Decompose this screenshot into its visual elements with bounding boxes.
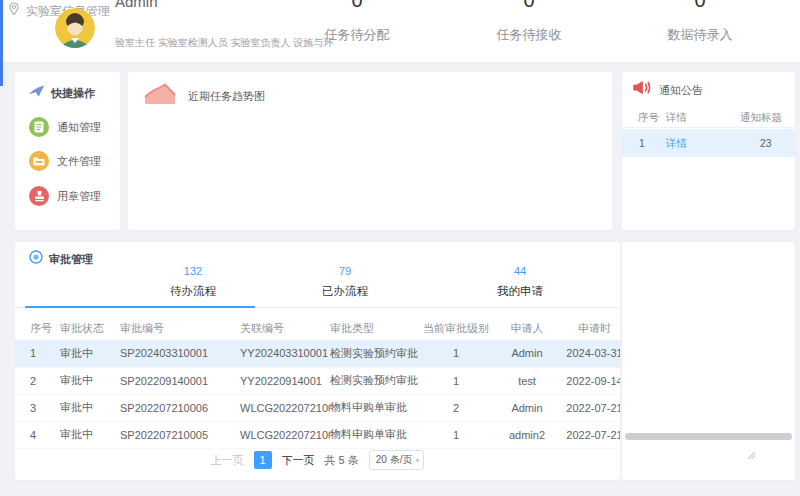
cell-applicant: Admin: [492, 340, 562, 367]
cell-no: 3: [15, 394, 60, 421]
notice-row-title: 23: [760, 137, 772, 149]
dashboard-page: 实验室信息管理 Admin 验室主任 实验室检测人员 实验室负责人 设施与环 0…: [0, 0, 800, 496]
stat-data-to-enter: 0 数据待录入: [630, 0, 770, 42]
tab-count: 132: [170, 264, 216, 278]
trend-chart-header: 近期任务趋势图: [144, 82, 265, 110]
tab-label: 我的申请: [497, 284, 543, 298]
tab-label: 已办流程: [322, 284, 368, 298]
cell-no: 2: [15, 367, 60, 394]
cell-date: 2022-09-14: [562, 367, 620, 394]
next-page-button[interactable]: 下一页: [282, 453, 315, 468]
cell-type: 物料申购单审批: [330, 421, 420, 448]
trend-chart-title: 近期任务趋势图: [188, 89, 265, 104]
stat-value: 0: [287, 0, 427, 12]
cell-date: 2022-07-21: [562, 394, 620, 421]
quick-item-notice-management[interactable]: 通知管理: [29, 117, 101, 137]
quick-item-label: 通知管理: [57, 120, 101, 135]
stat-tasks-to-assign: 0 任务待分配: [287, 0, 427, 42]
right-bottom-panel: [622, 242, 795, 480]
cell-type: 检测实验预约审批: [330, 367, 420, 394]
left-accent-strip: [0, 0, 3, 86]
page-number-button[interactable]: 1: [254, 451, 272, 469]
stat-label: 任务待接收: [459, 26, 599, 44]
cell-related-no-link[interactable]: YY20220914001: [240, 367, 330, 394]
tab-count: 44: [497, 264, 543, 278]
stat-label: 数据待录入: [630, 26, 770, 44]
notice-header: 通知公告: [632, 80, 703, 101]
cell-applicant: test: [492, 367, 562, 394]
paper-plane-icon: [29, 84, 45, 102]
cell-approval-no: SP202403310001: [120, 340, 240, 367]
col-header: 申请人: [492, 316, 562, 340]
page-size-select[interactable]: 20 条/页 ▾: [369, 450, 425, 470]
table-row[interactable]: 2 审批中 SP202209140001 YY20220914001 检测实验预…: [15, 367, 620, 394]
resize-handle-icon[interactable]: [747, 446, 756, 464]
notice-table-header: 序号 详情 通知标题: [622, 108, 795, 128]
cell-approval-no: SP202207210006: [120, 394, 240, 421]
cell-applicant: Admin: [492, 394, 562, 421]
quick-operations-panel: 快捷操作 通知管理 文件管理 用章管理: [15, 72, 120, 230]
horizontal-scrollbar-thumb[interactable]: [625, 433, 792, 440]
quick-item-label: 文件管理: [57, 154, 101, 169]
table-row[interactable]: 3 审批中 SP202207210006 WLCG20220721002 物料申…: [15, 394, 620, 421]
quick-operations-title: 快捷操作: [51, 86, 95, 101]
tab-pending-processes[interactable]: 132 待办流程: [170, 264, 216, 298]
prev-page-button[interactable]: 上一页: [211, 453, 244, 468]
cell-level: 2: [420, 394, 492, 421]
cell-level: 1: [420, 421, 492, 448]
col-header: 申请时: [562, 316, 620, 340]
approval-table-header: 序号 审批状态 审批编号 关联编号 审批类型 当前审批级别 申请人 申请时: [15, 316, 620, 340]
table-row[interactable]: 4 审批中 SP202207210005 WLCG20220721001 物料申…: [15, 421, 620, 448]
total-count-label: 共 5 条: [325, 453, 359, 468]
seal-stamp-icon: [29, 186, 49, 206]
table-row[interactable]: 1 审批中 SP202403310001 YY202403310001 检测实验…: [15, 340, 620, 367]
cell-related-no-link[interactable]: WLCG20220721001: [240, 421, 330, 448]
trend-chart-panel: 近期任务趋势图: [128, 72, 612, 230]
top-bar: 实验室信息管理 Admin 验室主任 实验室检测人员 实验室负责人 设施与环 0…: [0, 0, 800, 62]
notice-col-title: 通知标题: [740, 111, 782, 125]
cell-related-no-link[interactable]: WLCG20220721002: [240, 394, 330, 421]
stat-tasks-to-receive: 0 任务待接收: [459, 0, 599, 42]
cell-no: 4: [15, 421, 60, 448]
active-tab-underline: [25, 306, 255, 308]
tab-completed-processes[interactable]: 79 已办流程: [322, 264, 368, 298]
cell-approval-no: SP202207210005: [120, 421, 240, 448]
notice-row[interactable]: 1 详情 23: [622, 129, 795, 157]
approval-badge-icon: [29, 250, 43, 268]
stat-value: 0: [630, 0, 770, 12]
quick-item-file-management[interactable]: 文件管理: [29, 151, 101, 171]
user-name: Admin: [115, 0, 158, 10]
page-size-value: 20 条/页: [376, 453, 413, 467]
location-pin-icon: [8, 2, 20, 20]
quick-item-label: 用章管理: [57, 189, 101, 204]
col-header: 审批编号: [120, 316, 240, 340]
cell-date: 2024-03-31: [562, 340, 620, 367]
pagination: 上一页 1 下一页 共 5 条 20 条/页 ▾: [15, 448, 620, 472]
cell-related-no-link[interactable]: YY202403310001: [240, 340, 330, 367]
quick-item-seal-management[interactable]: 用章管理: [29, 186, 101, 206]
stat-value: 0: [459, 0, 599, 12]
notice-col-no: 序号: [638, 111, 659, 125]
cell-type: 检测实验预约审批: [330, 340, 420, 367]
cell-status: 审批中: [60, 394, 120, 421]
file-folder-icon: [29, 151, 49, 171]
notice-row-no: 1: [639, 137, 645, 149]
col-header: 审批状态: [60, 316, 120, 340]
col-header: 审批类型: [330, 316, 420, 340]
tab-label: 待办流程: [170, 284, 216, 298]
notice-detail-link[interactable]: 详情: [666, 137, 687, 151]
approval-table: 序号 审批状态 审批编号 关联编号 审批类型 当前审批级别 申请人 申请时 1 …: [15, 316, 620, 449]
stat-label: 任务待分配: [287, 26, 427, 44]
notice-title: 通知公告: [659, 83, 703, 98]
chevron-down-icon: ▾: [415, 456, 419, 465]
cell-level: 1: [420, 367, 492, 394]
tab-my-applications[interactable]: 44 我的申请: [497, 264, 543, 298]
approval-panel: 审批管理 132 待办流程 79 已办流程 44 我的申请 序号 审批状态 审批…: [15, 242, 620, 480]
approval-header: 审批管理: [29, 250, 93, 268]
cell-type: 物料申购单审批: [330, 394, 420, 421]
tab-count: 79: [322, 264, 368, 278]
area-chart-icon: [144, 82, 176, 110]
quick-operations-header: 快捷操作: [29, 84, 95, 102]
cell-status: 审批中: [60, 367, 120, 394]
cell-no: 1: [15, 340, 60, 367]
